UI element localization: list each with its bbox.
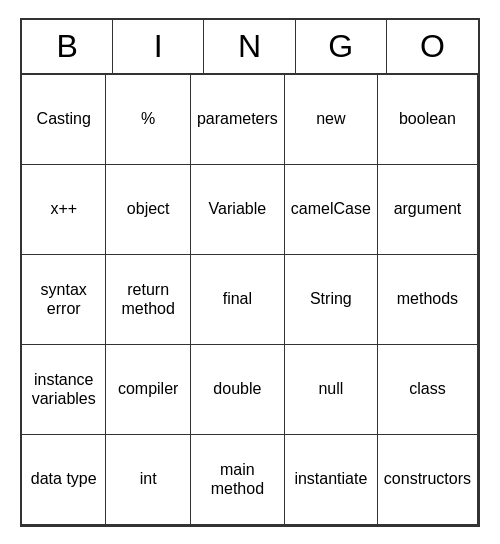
bingo-cell-14: methods <box>378 255 478 345</box>
bingo-cell-13: String <box>285 255 378 345</box>
bingo-cell-2: parameters <box>191 75 285 165</box>
header-g: G <box>296 20 387 73</box>
bingo-cell-8: camelCase <box>285 165 378 255</box>
bingo-cell-0: Casting <box>22 75 106 165</box>
bingo-cell-4: boolean <box>378 75 478 165</box>
bingo-cell-24: constructors <box>378 435 478 525</box>
bingo-cell-21: int <box>106 435 190 525</box>
bingo-cell-16: compiler <box>106 345 190 435</box>
bingo-grid: Casting%parametersnewbooleanx++objectVar… <box>22 75 478 525</box>
header-i: I <box>113 20 204 73</box>
bingo-cell-6: object <box>106 165 190 255</box>
bingo-cell-19: class <box>378 345 478 435</box>
bingo-card: B I N G O Casting%parametersnewbooleanx+… <box>20 18 480 527</box>
bingo-header: B I N G O <box>22 20 478 75</box>
bingo-cell-20: data type <box>22 435 106 525</box>
bingo-cell-5: x++ <box>22 165 106 255</box>
bingo-cell-7: Variable <box>191 165 285 255</box>
bingo-cell-11: return method <box>106 255 190 345</box>
bingo-cell-22: main method <box>191 435 285 525</box>
bingo-cell-12: final <box>191 255 285 345</box>
header-o: O <box>387 20 478 73</box>
header-n: N <box>204 20 295 73</box>
bingo-cell-23: instantiate <box>285 435 378 525</box>
header-b: B <box>22 20 113 73</box>
bingo-cell-17: double <box>191 345 285 435</box>
bingo-cell-1: % <box>106 75 190 165</box>
bingo-cell-10: syntax error <box>22 255 106 345</box>
bingo-cell-15: instance variables <box>22 345 106 435</box>
bingo-cell-9: argument <box>378 165 478 255</box>
bingo-cell-18: null <box>285 345 378 435</box>
bingo-cell-3: new <box>285 75 378 165</box>
